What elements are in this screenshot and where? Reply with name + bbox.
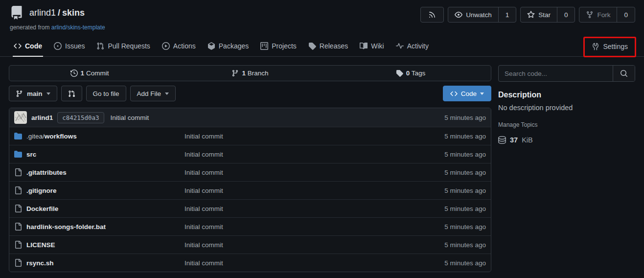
code-icon — [14, 42, 22, 50]
description-heading: Description — [498, 91, 635, 99]
history-icon — [70, 70, 78, 77]
chevron-down-icon — [165, 93, 169, 95]
tab-actions[interactable]: Actions — [156, 37, 202, 56]
repo-header: arlind1/skins generated from arlind/skin… — [0, 0, 644, 31]
file-link[interactable]: hardlink-songs-folder.bat — [14, 223, 184, 231]
code-icon — [450, 90, 458, 97]
rss-button[interactable] — [420, 7, 444, 23]
file-commit-message[interactable]: Initial commit — [184, 205, 422, 212]
table-row: src Initial commit 5 minutes ago — [9, 145, 491, 163]
file-commit-message[interactable]: Initial commit — [184, 223, 422, 231]
page-title: arlind1/skins — [29, 8, 85, 18]
watchers-count[interactable]: 1 — [498, 7, 516, 22]
commit-message[interactable]: Initial commit — [111, 114, 149, 121]
repo-name-link[interactable]: skins — [62, 8, 85, 18]
unwatch-button[interactable]: Unwatch — [448, 7, 498, 22]
file-icon — [14, 186, 22, 194]
file-commit-message[interactable]: Initial commit — [184, 133, 422, 140]
tag-icon — [396, 70, 403, 77]
go-to-file-button[interactable]: Go to file — [86, 86, 126, 101]
file-commit-message[interactable]: Initial commit — [184, 187, 422, 194]
repo-size-value: 37 — [510, 136, 518, 144]
tab-pull-requests[interactable]: Pull Requests — [91, 37, 156, 56]
manage-topics-link[interactable]: Manage Topics — [498, 121, 635, 128]
stars-count[interactable]: 0 — [557, 7, 575, 22]
file-icon — [14, 223, 22, 231]
repo-sidebar: Description No description provided Mana… — [498, 65, 635, 144]
add-file-button[interactable]: Add File — [130, 86, 176, 101]
search-icon — [620, 70, 628, 77]
file-link[interactable]: .gitattributes — [14, 168, 184, 176]
fork-button-group: Fork 0 — [579, 7, 635, 23]
commit-author[interactable]: arlind1 — [31, 114, 53, 121]
eye-icon — [455, 11, 462, 19]
file-commit-message[interactable]: Initial commit — [184, 241, 422, 249]
star-label: Star — [538, 11, 551, 19]
file-commit-message[interactable]: Initial commit — [184, 151, 422, 158]
git-branch-icon — [231, 70, 239, 77]
branches-stat[interactable]: 1 Branch — [170, 66, 330, 81]
search-button[interactable] — [613, 66, 635, 81]
file-commit-time: 5 minutes ago — [422, 187, 486, 194]
tab-releases[interactable]: Releases — [302, 37, 354, 56]
file-icon — [14, 168, 22, 176]
compare-button[interactable] — [61, 86, 82, 101]
file-icon — [14, 205, 22, 212]
code-search-box — [498, 65, 635, 82]
latest-commit-row: arlind1 c84215d0a3 Initial commit 5 minu… — [9, 108, 491, 127]
forks-count[interactable]: 0 — [617, 7, 635, 22]
avatar[interactable] — [14, 111, 27, 124]
file-link[interactable]: rsync.sh — [14, 259, 184, 267]
tools-icon — [592, 43, 599, 50]
file-link[interactable]: Dockerfile — [14, 205, 184, 212]
code-toolbar: main Go to file Add File Code — [9, 86, 491, 101]
file-link[interactable]: src — [14, 150, 184, 158]
tab-settings[interactable]: Settings — [587, 39, 633, 55]
table-row: hardlink-songs-folder.bat Initial commit… — [9, 217, 491, 235]
file-commit-time: 5 minutes ago — [422, 223, 486, 231]
table-row: LICENSE Initial commit 5 minutes ago — [9, 235, 491, 254]
fork-button[interactable]: Fork — [579, 7, 617, 22]
tab-activity[interactable]: Activity — [390, 37, 435, 56]
tab-projects[interactable]: Projects — [254, 37, 302, 56]
template-repo-link[interactable]: arlind/skins-template — [51, 24, 105, 31]
play-circle-icon — [162, 42, 170, 50]
tab-issues[interactable]: Issues — [48, 37, 91, 56]
code-download-button[interactable]: Code — [443, 86, 491, 101]
star-button[interactable]: Star — [521, 7, 557, 22]
git-branch-icon — [16, 90, 23, 97]
repo-size-unit: KiB — [522, 136, 533, 144]
file-link[interactable]: LICENSE — [14, 241, 184, 249]
database-icon — [498, 136, 506, 144]
commit-hash[interactable]: c84215d0a3 — [57, 112, 104, 123]
file-commit-message[interactable]: Initial commit — [184, 259, 422, 267]
issue-opened-icon — [54, 42, 62, 50]
file-commit-time: 5 minutes ago — [422, 151, 486, 158]
file-commit-time: 5 minutes ago — [422, 241, 486, 249]
commits-stat[interactable]: 1 Commit — [9, 66, 170, 81]
project-board-icon — [260, 42, 268, 50]
file-link[interactable]: .gitea/workflows — [14, 132, 184, 140]
tab-packages[interactable]: Packages — [202, 37, 254, 56]
settings-highlight-annotation: Settings — [583, 37, 636, 57]
folder-icon — [14, 132, 22, 140]
tab-wiki[interactable]: Wiki — [354, 37, 390, 56]
star-button-group: Star 0 — [520, 7, 575, 23]
file-icon — [14, 241, 22, 249]
branch-selector[interactable]: main — [9, 86, 57, 101]
table-row: Dockerfile Initial commit 5 minutes ago — [9, 199, 491, 217]
tags-stat[interactable]: 0 Tags — [330, 66, 491, 81]
search-input[interactable] — [499, 66, 613, 81]
file-commit-message[interactable]: Initial commit — [184, 169, 422, 176]
tab-code[interactable]: Code — [8, 37, 48, 56]
watch-button-group: Unwatch 1 — [448, 7, 516, 23]
git-compare-icon — [68, 90, 75, 97]
commit-time: 5 minutes ago — [444, 114, 486, 121]
chevron-down-icon — [46, 93, 50, 95]
repo-size: 37 KiB — [498, 136, 635, 144]
file-link[interactable]: .gitignore — [14, 186, 184, 194]
star-icon — [527, 11, 535, 19]
pulse-icon — [396, 42, 404, 50]
repo-owner-link[interactable]: arlind1 — [29, 8, 56, 18]
git-pull-request-icon — [96, 42, 104, 50]
